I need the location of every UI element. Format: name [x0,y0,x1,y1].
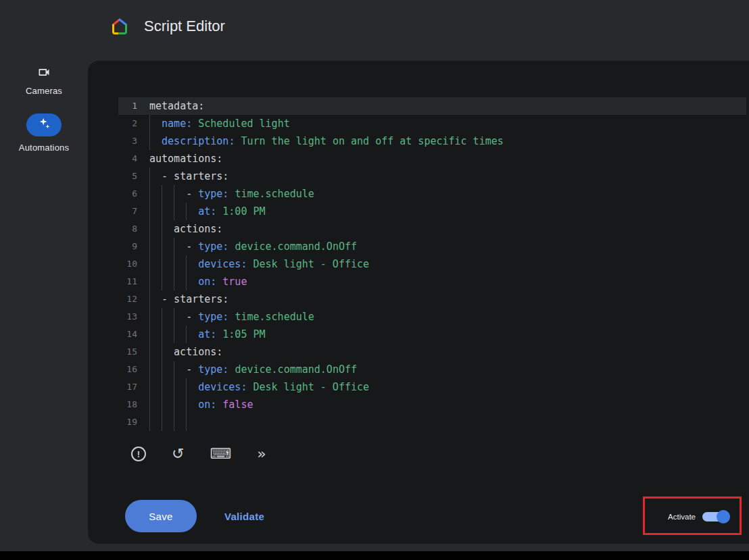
indent-guide [174,396,186,413]
code-line-text: name: Scheduled light [149,115,290,132]
indent-guide [174,413,186,431]
line-number: 14 [118,326,149,343]
page-title: Script Editor [144,0,225,53]
code-line-text: devices: Desk light - Office [149,255,369,273]
code-line[interactable]: 15actions: [118,343,746,361]
code-editor[interactable]: 1metadata:2name: Scheduled light3descrip… [118,97,746,431]
indent-guide [162,185,174,203]
indent-guide [162,203,174,220]
active-nav-pill [26,113,62,136]
code-line[interactable]: 4automations: [118,150,746,168]
indent-guide [162,255,174,273]
code-line-text: - type: time.schedule [149,308,314,326]
problems-icon[interactable]: ! [131,447,146,461]
keyboard-icon[interactable]: ⌨ [210,446,231,462]
sidebar-item-label: Cameras [26,86,62,96]
code-line-text: on: true [149,273,247,290]
code-line[interactable]: 11on: true [118,273,746,290]
code-line-text: metadata: [149,97,204,115]
indent-guide [149,132,162,150]
indent-guide [186,378,198,396]
indent-guide [162,238,174,255]
indent-guide [149,185,162,203]
indent-guide [162,361,174,378]
line-number: 2 [118,115,149,132]
code-line-text: - type: device.command.OnOff [149,361,357,378]
code-line-text: - starters: [149,168,228,185]
validate-button[interactable]: Validate [216,500,272,532]
indent-guide [186,326,198,343]
code-line[interactable]: 13- type: time.schedule [118,308,746,326]
code-line[interactable]: 16- type: device.command.OnOff [118,361,746,378]
indent-guide [174,185,186,203]
sparkle-icon [37,117,51,133]
code-line[interactable]: 12- starters: [118,290,746,308]
line-number: 12 [118,290,149,308]
sidebar-item-label: Automations [19,143,69,153]
editor-toolbar: !↺⌨» [131,442,266,466]
sidebar-item-cameras[interactable]: Cameras [0,65,88,96]
more-tools-icon[interactable]: » [257,446,266,462]
line-number: 6 [118,185,149,203]
code-line[interactable]: 19 [118,413,746,431]
indent-guide [174,378,186,396]
code-line-text: - type: device.command.OnOff [149,238,357,255]
indent-guide [162,413,174,431]
line-number: 18 [118,396,149,413]
code-line[interactable]: 8actions: [118,220,746,238]
indent-guide [186,203,198,220]
indent-guide [149,413,162,431]
indent-guide [186,413,198,431]
indent-guide [174,273,186,290]
line-number: 19 [118,413,149,431]
code-line[interactable]: 17devices: Desk light - Office [118,378,746,396]
code-line-text: actions: [149,343,222,361]
line-number: 1 [118,97,149,115]
top-bar: Script Editor [0,0,749,53]
code-line-text: at: 1:05 PM [149,326,266,343]
line-number: 15 [118,343,149,361]
indent-guide [174,326,186,343]
code-line[interactable]: 6- type: time.schedule [118,185,746,203]
code-line-text [149,413,198,431]
indent-guide [149,115,162,132]
code-line[interactable]: 3description: Turn the light on and off … [118,132,746,150]
indent-guide [162,396,174,413]
code-line[interactable]: 1metadata: [118,97,746,115]
bottom-black-strip [0,551,749,560]
indent-guide [174,361,186,378]
indent-guide [174,308,186,326]
code-line[interactable]: 10devices: Desk light - Office [118,255,746,273]
history-icon[interactable]: ↺ [172,446,184,462]
activate-control: Activate [668,509,730,524]
code-line[interactable]: 5- starters: [118,168,746,185]
line-number: 8 [118,220,149,238]
indent-guide [149,220,162,238]
indent-guide [162,273,174,290]
editor-panel: 1metadata:2name: Scheduled light3descrip… [88,61,749,544]
sidebar-item-automations[interactable]: Automations [0,113,88,153]
code-line-text: devices: Desk light - Office [149,378,369,396]
activate-toggle[interactable] [702,509,730,524]
indent-guide [162,308,174,326]
line-number: 11 [118,273,149,290]
save-button[interactable]: Save [125,500,197,532]
code-line[interactable]: 2name: Scheduled light [118,115,746,132]
code-line-text: - starters: [149,290,228,308]
indent-guide [174,255,186,273]
line-number: 7 [118,203,149,220]
indent-guide [149,255,162,273]
camera-icon [37,65,51,80]
line-number: 3 [118,132,149,150]
code-line[interactable]: 7at: 1:00 PM [118,203,746,220]
indent-guide [162,378,174,396]
code-line[interactable]: 18on: false [118,396,746,413]
indent-guide [186,273,198,290]
indent-guide [162,220,174,238]
code-line-text: - type: time.schedule [149,185,314,203]
code-line[interactable]: 14at: 1:05 PM [118,326,746,343]
indent-guide [149,308,162,326]
code-line-text: actions: [149,220,222,238]
line-number: 17 [118,378,149,396]
code-line[interactable]: 9- type: device.command.OnOff [118,238,746,255]
